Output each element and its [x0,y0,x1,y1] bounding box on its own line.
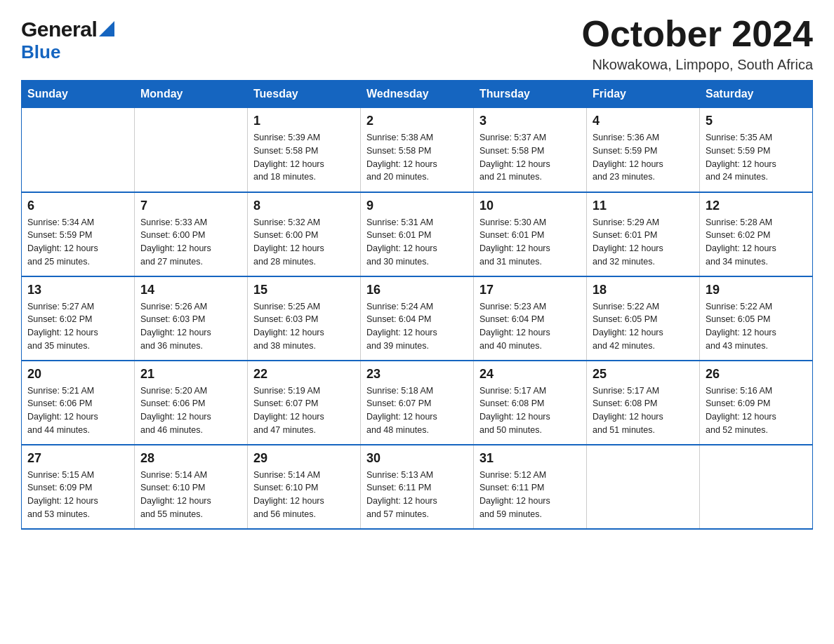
page-header: General Blue October 2024 Nkowakowa, Lim… [21,14,813,73]
day-cell [135,108,248,192]
day-number: 28 [140,451,241,466]
day-info: Sunrise: 5:18 AM Sunset: 6:07 PM Dayligh… [366,384,468,437]
col-header-monday: Monday [135,81,248,108]
day-number: 7 [140,199,241,213]
day-info: Sunrise: 5:29 AM Sunset: 6:01 PM Dayligh… [593,216,694,269]
day-info: Sunrise: 5:27 AM Sunset: 6:02 PM Dayligh… [27,300,128,353]
day-info: Sunrise: 5:20 AM Sunset: 6:06 PM Dayligh… [140,384,241,437]
day-cell: 28Sunrise: 5:14 AM Sunset: 6:10 PM Dayli… [135,445,248,529]
day-info: Sunrise: 5:38 AM Sunset: 5:58 PM Dayligh… [366,131,468,184]
day-number: 11 [593,199,694,213]
col-header-wednesday: Wednesday [361,81,474,108]
day-number: 15 [253,283,355,297]
day-info: Sunrise: 5:32 AM Sunset: 6:00 PM Dayligh… [253,216,355,269]
day-cell: 3Sunrise: 5:37 AM Sunset: 5:58 PM Daylig… [474,108,587,192]
day-info: Sunrise: 5:17 AM Sunset: 6:08 PM Dayligh… [479,384,581,437]
day-cell: 13Sunrise: 5:27 AM Sunset: 6:02 PM Dayli… [22,276,135,361]
day-number: 31 [479,451,581,466]
day-info: Sunrise: 5:14 AM Sunset: 6:10 PM Dayligh… [140,469,241,521]
day-number: 23 [366,367,468,382]
day-info: Sunrise: 5:12 AM Sunset: 6:11 PM Dayligh… [479,469,581,521]
day-info: Sunrise: 5:22 AM Sunset: 6:05 PM Dayligh… [593,300,694,353]
logo-blue-text: Blue [21,41,60,63]
day-cell: 17Sunrise: 5:23 AM Sunset: 6:04 PM Dayli… [474,276,587,361]
day-cell: 30Sunrise: 5:13 AM Sunset: 6:11 PM Dayli… [361,445,474,529]
day-number: 26 [706,367,807,382]
day-cell: 27Sunrise: 5:15 AM Sunset: 6:09 PM Dayli… [22,445,135,529]
day-number: 30 [366,451,468,466]
logo: General Blue [21,14,114,63]
day-cell: 9Sunrise: 5:31 AM Sunset: 6:01 PM Daylig… [361,192,474,276]
day-info: Sunrise: 5:30 AM Sunset: 6:01 PM Dayligh… [479,216,581,269]
day-number: 24 [479,367,581,382]
day-info: Sunrise: 5:26 AM Sunset: 6:03 PM Dayligh… [140,300,241,353]
day-info: Sunrise: 5:15 AM Sunset: 6:09 PM Dayligh… [27,469,128,521]
day-info: Sunrise: 5:34 AM Sunset: 5:59 PM Dayligh… [27,216,128,269]
day-info: Sunrise: 5:28 AM Sunset: 6:02 PM Dayligh… [706,216,807,269]
svg-marker-0 [99,21,114,36]
day-info: Sunrise: 5:22 AM Sunset: 6:05 PM Dayligh… [706,300,807,353]
day-cell: 24Sunrise: 5:17 AM Sunset: 6:08 PM Dayli… [474,361,587,445]
col-header-tuesday: Tuesday [248,81,361,108]
day-number: 9 [366,199,468,213]
week-row-5: 27Sunrise: 5:15 AM Sunset: 6:09 PM Dayli… [22,445,813,529]
day-number: 19 [706,283,807,297]
day-cell: 18Sunrise: 5:22 AM Sunset: 6:05 PM Dayli… [587,276,700,361]
day-number: 21 [140,367,241,382]
title-area: October 2024 Nkowakowa, Limpopo, South A… [582,14,814,73]
day-cell: 6Sunrise: 5:34 AM Sunset: 5:59 PM Daylig… [22,192,135,276]
day-info: Sunrise: 5:31 AM Sunset: 6:01 PM Dayligh… [366,216,468,269]
day-cell: 10Sunrise: 5:30 AM Sunset: 6:01 PM Dayli… [474,192,587,276]
day-cell: 12Sunrise: 5:28 AM Sunset: 6:02 PM Dayli… [700,192,813,276]
col-header-friday: Friday [587,81,700,108]
day-number: 12 [706,199,807,213]
day-number: 8 [253,199,355,213]
calendar-table: SundayMondayTuesdayWednesdayThursdayFrid… [21,80,813,530]
location-text: Nkowakowa, Limpopo, South Africa [582,57,814,73]
week-row-1: 1Sunrise: 5:39 AM Sunset: 5:58 PM Daylig… [22,108,813,192]
day-cell: 8Sunrise: 5:32 AM Sunset: 6:00 PM Daylig… [248,192,361,276]
day-info: Sunrise: 5:37 AM Sunset: 5:58 PM Dayligh… [479,131,581,184]
day-number: 27 [27,451,128,466]
day-cell: 26Sunrise: 5:16 AM Sunset: 6:09 PM Dayli… [700,361,813,445]
day-info: Sunrise: 5:33 AM Sunset: 6:00 PM Dayligh… [140,216,241,269]
day-info: Sunrise: 5:35 AM Sunset: 5:59 PM Dayligh… [706,131,807,184]
day-cell: 4Sunrise: 5:36 AM Sunset: 5:59 PM Daylig… [587,108,700,192]
day-info: Sunrise: 5:23 AM Sunset: 6:04 PM Dayligh… [479,300,581,353]
day-info: Sunrise: 5:16 AM Sunset: 6:09 PM Dayligh… [706,384,807,437]
day-number: 4 [593,114,694,128]
day-info: Sunrise: 5:17 AM Sunset: 6:08 PM Dayligh… [593,384,694,437]
day-cell: 14Sunrise: 5:26 AM Sunset: 6:03 PM Dayli… [135,276,248,361]
day-info: Sunrise: 5:21 AM Sunset: 6:06 PM Dayligh… [27,384,128,437]
day-cell: 20Sunrise: 5:21 AM Sunset: 6:06 PM Dayli… [22,361,135,445]
day-cell: 19Sunrise: 5:22 AM Sunset: 6:05 PM Dayli… [700,276,813,361]
col-header-thursday: Thursday [474,81,587,108]
day-number: 1 [253,114,355,128]
day-cell: 5Sunrise: 5:35 AM Sunset: 5:59 PM Daylig… [700,108,813,192]
day-number: 18 [593,283,694,297]
col-header-sunday: Sunday [22,81,135,108]
day-cell: 15Sunrise: 5:25 AM Sunset: 6:03 PM Dayli… [248,276,361,361]
month-title: October 2024 [582,14,814,54]
day-info: Sunrise: 5:19 AM Sunset: 6:07 PM Dayligh… [253,384,355,437]
day-cell [587,445,700,529]
week-row-4: 20Sunrise: 5:21 AM Sunset: 6:06 PM Dayli… [22,361,813,445]
day-cell [700,445,813,529]
day-number: 22 [253,367,355,382]
logo-triangle-icon [99,21,114,36]
day-info: Sunrise: 5:14 AM Sunset: 6:10 PM Dayligh… [253,469,355,521]
day-info: Sunrise: 5:13 AM Sunset: 6:11 PM Dayligh… [366,469,468,521]
day-number: 17 [479,283,581,297]
day-number: 16 [366,283,468,297]
day-cell: 31Sunrise: 5:12 AM Sunset: 6:11 PM Dayli… [474,445,587,529]
logo-general-text: General [21,18,97,41]
day-number: 2 [366,114,468,128]
day-number: 29 [253,451,355,466]
day-number: 20 [27,367,128,382]
day-cell: 1Sunrise: 5:39 AM Sunset: 5:58 PM Daylig… [248,108,361,192]
calendar-header-row: SundayMondayTuesdayWednesdayThursdayFrid… [22,81,813,108]
day-info: Sunrise: 5:39 AM Sunset: 5:58 PM Dayligh… [253,131,355,184]
day-cell: 23Sunrise: 5:18 AM Sunset: 6:07 PM Dayli… [361,361,474,445]
day-cell: 16Sunrise: 5:24 AM Sunset: 6:04 PM Dayli… [361,276,474,361]
day-number: 6 [27,199,128,213]
